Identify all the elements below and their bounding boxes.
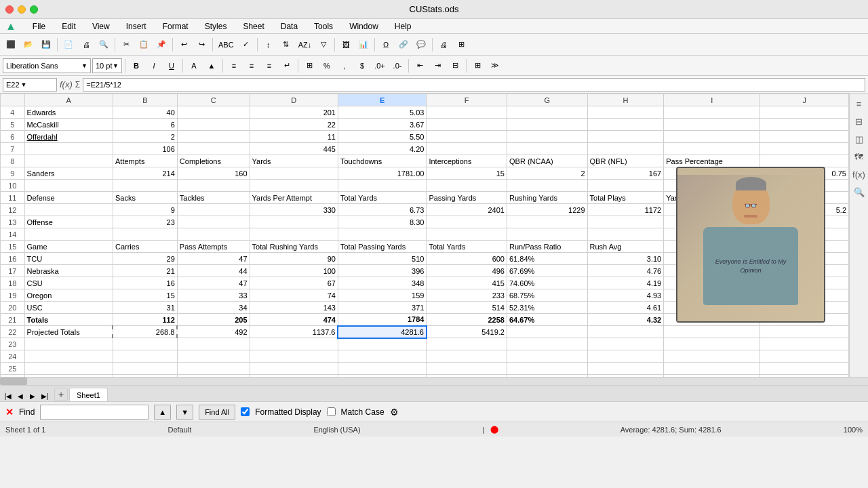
font-size-selector[interactable]: 10 pt ▼ — [92, 58, 122, 73]
menu-tools[interactable]: Tools — [311, 20, 336, 33]
cell-f20[interactable]: 514 — [427, 302, 507, 314]
cell-g15[interactable]: Run/Pass Ratio — [507, 241, 587, 253]
cell-h8[interactable]: QBR (NFL) — [587, 155, 664, 167]
formatted-display-checkbox[interactable] — [241, 407, 250, 416]
italic-button[interactable]: I — [146, 58, 162, 74]
cell-g14[interactable] — [507, 228, 587, 241]
bold-button[interactable]: B — [128, 58, 144, 74]
cell-b14[interactable] — [113, 228, 177, 241]
cell-f5[interactable] — [427, 119, 507, 131]
minimize-button[interactable] — [18, 5, 26, 14]
zoom-button[interactable]: ⊞ — [453, 37, 469, 53]
col-header-a[interactable]: A — [24, 94, 113, 106]
cell-b18[interactable]: 16 — [113, 277, 177, 289]
dec-decimal-button[interactable]: .0- — [389, 58, 406, 74]
cell-a4[interactable]: Edwards — [24, 106, 113, 119]
horizontal-scrollbar[interactable] — [0, 377, 868, 385]
copy-button[interactable]: 📋 — [136, 37, 152, 53]
cell-g5[interactable] — [507, 119, 587, 131]
cell-b7[interactable]: 106 — [113, 143, 177, 155]
menu-data[interactable]: Data — [278, 20, 300, 33]
cell-b6[interactable]: 2 — [113, 131, 177, 143]
cell-c13[interactable] — [177, 216, 250, 228]
wrap-text-button[interactable]: ↵ — [279, 58, 295, 74]
cell-c8[interactable]: Completions — [177, 155, 250, 167]
cell-f17[interactable]: 496 — [427, 265, 507, 277]
cell-f15[interactable]: Total Yards — [427, 241, 507, 253]
indent-more-button[interactable]: ⇥ — [429, 58, 446, 74]
find-up-button[interactable]: ▲ — [154, 405, 171, 420]
cell-a9[interactable]: Sanders — [24, 167, 113, 180]
cell-h18[interactable]: 4.19 — [587, 277, 664, 289]
cell-j4[interactable] — [760, 106, 849, 119]
thousands-button[interactable]: , — [336, 58, 353, 74]
cell-i8[interactable]: Pass Percentage — [664, 155, 760, 167]
cell-a8[interactable] — [24, 155, 113, 167]
col-header-b[interactable]: B — [113, 94, 177, 106]
cell-f10[interactable] — [427, 180, 507, 192]
cell-g4[interactable] — [507, 106, 587, 119]
cell-g13[interactable] — [507, 216, 587, 228]
sidebar-functions-icon[interactable]: f(x) — [852, 167, 867, 182]
cell-c22[interactable]: 492 — [177, 326, 250, 338]
cell-e17[interactable]: 396 — [338, 265, 426, 277]
cell-ref-box[interactable]: E22 ▼ — [3, 78, 57, 92]
tab-prev-button[interactable]: ◀ — [15, 390, 26, 401]
cell-a20[interactable]: USC — [24, 302, 113, 314]
cell-b17[interactable]: 21 — [113, 265, 177, 277]
sort-asc-button[interactable]: ↕ — [260, 37, 277, 53]
cell-d13[interactable] — [250, 216, 338, 228]
cell-d21[interactable]: 474 — [250, 314, 338, 326]
col-header-c[interactable]: C — [177, 94, 250, 106]
cell-g9[interactable]: 2 — [507, 167, 587, 180]
cell-a19[interactable]: Oregon — [24, 289, 113, 302]
cell-e16[interactable]: 510 — [338, 253, 426, 265]
cell-e4[interactable]: 5.03 — [338, 106, 426, 119]
cell-f19[interactable]: 233 — [427, 289, 507, 302]
cell-a10[interactable] — [24, 180, 113, 192]
pdf-button[interactable]: 📄 — [60, 37, 77, 53]
merge-cells-button[interactable]: ⊞ — [301, 58, 317, 74]
redo-button[interactable]: ↪ — [193, 37, 210, 53]
sidebar-find-icon[interactable]: 🔍 — [852, 184, 867, 199]
maximize-button[interactable] — [30, 5, 38, 14]
cell-g17[interactable]: 67.69% — [507, 265, 587, 277]
insert-image-button[interactable]: 🖼 — [338, 37, 354, 53]
col-header-j[interactable]: J — [760, 94, 849, 106]
cell-f4[interactable] — [427, 106, 507, 119]
sort-az-button[interactable]: AZ↓ — [296, 37, 315, 53]
cell-g18[interactable]: 74.60% — [507, 277, 587, 289]
cell-d20[interactable]: 143 — [250, 302, 338, 314]
cell-c10[interactable] — [177, 180, 250, 192]
autospell-button[interactable]: ✓ — [238, 37, 254, 53]
cell-e6[interactable]: 5.50 — [338, 131, 426, 143]
cell-g7[interactable] — [507, 143, 587, 155]
percent-button[interactable]: % — [319, 58, 335, 74]
sidebar-gallery-icon[interactable]: ◫ — [852, 131, 867, 146]
cell-e13[interactable]: 8.30 — [338, 216, 426, 228]
open-button[interactable]: 📂 — [20, 37, 37, 53]
cell-f9[interactable]: 15 — [427, 167, 507, 180]
cell-j22[interactable] — [760, 326, 849, 338]
align-left-button[interactable]: ≡ — [226, 58, 242, 74]
cell-b22[interactable]: 268.8 — [113, 326, 177, 338]
cell-b19[interactable]: 15 — [113, 289, 177, 302]
cell-b13[interactable]: 23 — [113, 216, 177, 228]
cell-h11[interactable]: Total Plays — [587, 192, 664, 204]
cell-c11[interactable]: Tackles — [177, 192, 250, 204]
cell-h5[interactable] — [587, 119, 664, 131]
cell-a22[interactable]: Projected Totals — [24, 326, 113, 338]
tab-first-button[interactable]: |◀ — [3, 390, 14, 401]
add-sheet-button[interactable]: + — [54, 388, 68, 401]
cell-g22[interactable] — [507, 326, 587, 338]
cell-f21[interactable]: 2258 — [427, 314, 507, 326]
cell-g16[interactable]: 61.84% — [507, 253, 587, 265]
sidebar-properties-icon[interactable]: ⊟ — [852, 114, 867, 129]
special-char-button[interactable]: Ω — [378, 37, 394, 53]
cell-b9[interactable]: 214 — [113, 167, 177, 180]
menu-sheet[interactable]: Sheet — [240, 20, 267, 33]
cell-e21[interactable]: 1784 — [338, 314, 426, 326]
cell-a16[interactable]: TCU — [24, 253, 113, 265]
cell-g11[interactable]: Rushing Yards — [507, 192, 587, 204]
cell-d10[interactable] — [250, 180, 338, 192]
